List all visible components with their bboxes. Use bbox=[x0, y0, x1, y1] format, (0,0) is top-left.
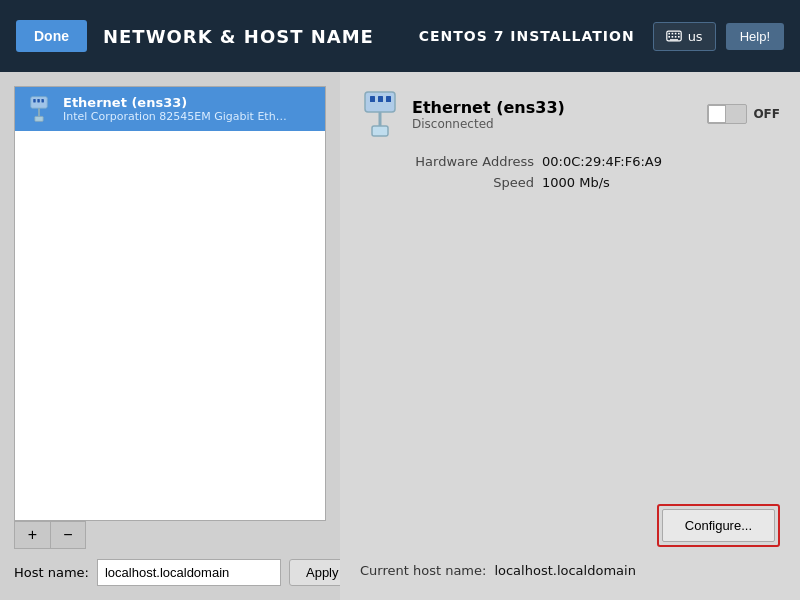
header-right: CENTOS 7 INSTALLATION us Help! bbox=[419, 22, 784, 51]
hardware-address-value: 00:0C:29:4F:F6:A9 bbox=[542, 154, 662, 169]
os-label: CENTOS 7 INSTALLATION bbox=[419, 28, 635, 44]
main-content: Ethernet (ens33) Intel Corporation 82545… bbox=[0, 72, 800, 600]
spacer bbox=[360, 196, 780, 504]
keyboard-icon bbox=[666, 30, 682, 42]
svg-rect-9 bbox=[670, 39, 678, 40]
adapter-description: Intel Corporation 82545EM Gigabit Ethern… bbox=[63, 110, 293, 123]
adapter-name: Ethernet (ens33) bbox=[63, 95, 293, 110]
ethernet-icon bbox=[25, 95, 53, 123]
done-button[interactable]: Done bbox=[16, 20, 87, 52]
svg-rect-15 bbox=[35, 116, 43, 121]
help-button[interactable]: Help! bbox=[726, 23, 784, 50]
svg-rect-1 bbox=[668, 33, 670, 35]
svg-rect-19 bbox=[386, 96, 391, 102]
keyboard-lang-selector[interactable]: us bbox=[653, 22, 716, 51]
svg-rect-7 bbox=[674, 36, 676, 38]
hardware-address-row: Hardware Address 00:0C:29:4F:F6:A9 bbox=[412, 154, 780, 169]
current-hostname-value: localhost.localdomain bbox=[494, 563, 635, 578]
header-left: Done NETWORK & HOST NAME bbox=[16, 20, 374, 52]
eth-header-left: Ethernet (ens33) Disconnected bbox=[360, 90, 565, 138]
speed-row: Speed 1000 Mb/s bbox=[412, 175, 780, 190]
svg-rect-18 bbox=[378, 96, 383, 102]
hostname-row: Host name: Apply bbox=[14, 559, 326, 586]
svg-rect-4 bbox=[678, 33, 680, 35]
adapter-list-item[interactable]: Ethernet (ens33) Intel Corporation 82545… bbox=[15, 87, 325, 131]
toggle-off-label: OFF bbox=[753, 107, 780, 121]
svg-rect-13 bbox=[41, 99, 43, 102]
speed-value: 1000 Mb/s bbox=[542, 175, 610, 190]
toggle-knob bbox=[708, 105, 726, 123]
configure-button[interactable]: Configure... bbox=[662, 509, 775, 542]
eth-info: Ethernet (ens33) Disconnected bbox=[412, 98, 565, 131]
speed-label: Speed bbox=[412, 175, 542, 190]
current-hostname-row: Current host name: localhost.localdomain bbox=[360, 563, 780, 582]
list-controls: + − bbox=[14, 521, 326, 549]
svg-rect-8 bbox=[678, 36, 680, 38]
eth-details: Hardware Address 00:0C:29:4F:F6:A9 Speed… bbox=[412, 154, 780, 196]
hostname-label: Host name: bbox=[14, 565, 89, 580]
hardware-address-label: Hardware Address bbox=[412, 154, 542, 169]
eth-status: Disconnected bbox=[412, 117, 565, 131]
header: Done NETWORK & HOST NAME CENTOS 7 INSTAL… bbox=[0, 0, 800, 72]
svg-rect-6 bbox=[671, 36, 673, 38]
svg-rect-3 bbox=[674, 33, 676, 35]
eth-adapter-icon bbox=[360, 90, 400, 138]
left-panel: Ethernet (ens33) Intel Corporation 82545… bbox=[0, 72, 340, 600]
remove-adapter-button[interactable]: − bbox=[50, 521, 86, 549]
add-adapter-button[interactable]: + bbox=[14, 521, 50, 549]
right-panel: Ethernet (ens33) Disconnected OFF Hardwa… bbox=[340, 72, 800, 600]
keyboard-lang-label: us bbox=[688, 29, 703, 44]
toggle-area[interactable]: OFF bbox=[707, 104, 780, 124]
toggle-switch[interactable] bbox=[707, 104, 747, 124]
eth-header: Ethernet (ens33) Disconnected OFF bbox=[360, 90, 780, 138]
configure-area: Configure... bbox=[360, 504, 780, 547]
current-hostname-label: Current host name: bbox=[360, 563, 486, 578]
page-title: NETWORK & HOST NAME bbox=[103, 26, 374, 47]
svg-rect-17 bbox=[370, 96, 375, 102]
svg-rect-11 bbox=[33, 99, 35, 102]
svg-rect-2 bbox=[671, 33, 673, 35]
configure-button-wrapper: Configure... bbox=[657, 504, 780, 547]
svg-rect-5 bbox=[668, 36, 670, 38]
adapter-list: Ethernet (ens33) Intel Corporation 82545… bbox=[14, 86, 326, 521]
eth-name: Ethernet (ens33) bbox=[412, 98, 565, 117]
svg-rect-12 bbox=[37, 99, 39, 102]
hostname-input[interactable] bbox=[97, 559, 281, 586]
adapter-item-text: Ethernet (ens33) Intel Corporation 82545… bbox=[63, 95, 293, 123]
svg-rect-21 bbox=[372, 126, 388, 136]
